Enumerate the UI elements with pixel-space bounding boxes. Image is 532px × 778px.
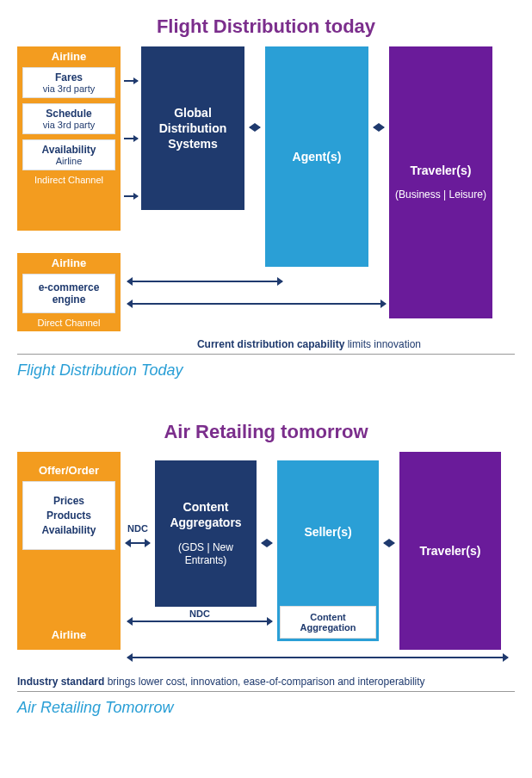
arrow-double-icon [127, 303, 386, 305]
arrow-double-icon [374, 127, 384, 128]
diagram1-footnote: Current distribution capability limits i… [103, 338, 515, 350]
direct-channel-label: Direct Channel [17, 316, 121, 331]
diagram2-title: Air Retailing tomorrow [17, 421, 515, 443]
indirect-channel-label: Indirect Channel [17, 173, 121, 188]
arrow-right-icon [124, 195, 138, 197]
agents-box: Agent(s) [265, 46, 368, 267]
prices-products-availability-box: Prices Products Availability [22, 481, 115, 550]
ecommerce-box: e-commerce engine [22, 274, 115, 313]
arrow-double-icon [127, 657, 508, 658]
diagram1-title: Flight Distribution today [17, 15, 515, 38]
arrow-agents-travelers [368, 46, 389, 231]
arrow-direct-long [121, 275, 393, 310]
diagram-air-retailing-tomorrow: Air Retailing tomorrow Offer/Order Price… [17, 421, 515, 688]
availability-box: Availability Airline [22, 139, 115, 170]
arrow-double-icon [127, 281, 282, 282]
separator [17, 691, 515, 692]
gds-box: Global Distribution Systems [141, 46, 244, 210]
arrow-right-icon [124, 80, 138, 82]
airline-header: Airline [17, 46, 121, 65]
arrow-double-icon [127, 621, 272, 622]
offer-order-header: Offer/Order [17, 460, 121, 479]
arrow-double-icon [262, 542, 272, 544]
sellers-box: Seller(s) Content Aggregation [277, 460, 379, 641]
arrow-gds-agents [244, 46, 265, 231]
schedule-box: Schedule via 3rd party [22, 103, 115, 134]
content-aggregators-box: Content Aggregators (GDS | New Entrants) [155, 460, 257, 607]
fares-box: Fares via 3rd party [22, 67, 115, 98]
separator [17, 354, 515, 355]
diagram2-caption: Air Retailing Tomorrow [17, 699, 515, 717]
ndc-label: NDC [126, 523, 150, 534]
diagram-flight-distribution-today: Flight Distribution today Airline Fares … [17, 15, 515, 350]
airline-indirect-box: Airline Fares via 3rd party Schedule via… [17, 46, 121, 231]
arrow-double-icon [126, 542, 150, 544]
arrow-double-icon [250, 127, 260, 128]
diagram1-caption: Flight Distribution Today [17, 361, 515, 380]
ndc-label-2: NDC [188, 608, 212, 619]
airline-direct-box: Airline e-commerce engine Direct Channel [17, 253, 121, 331]
arrows-airline-to-gds [121, 46, 141, 231]
airline-header: Airline [17, 253, 121, 271]
arrow-right-icon [124, 138, 138, 139]
diagram2-footnote: Industry standard brings lower cost, inn… [17, 676, 515, 688]
arrow-double-icon [384, 542, 394, 544]
